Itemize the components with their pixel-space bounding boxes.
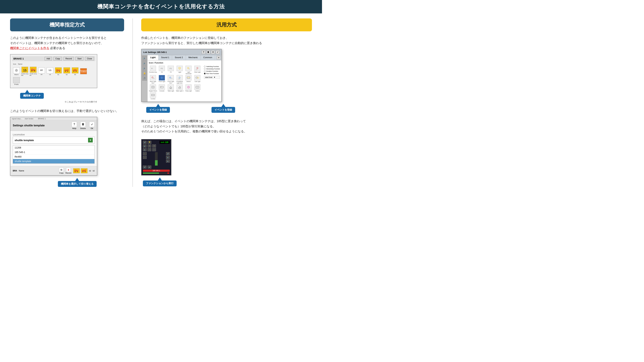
- lok-id-area: 185 545-1: [143, 170, 170, 172]
- record-btn[interactable]: ● Record: [66, 168, 71, 174]
- ctrl-btn-vol-up[interactable]: 🔊: [143, 141, 146, 144]
- copy-btn[interactable]: ⧉ Copy: [59, 168, 64, 174]
- ctrl-bottom-2[interactable]: 🔉: [148, 166, 151, 169]
- ctrl-btn-2[interactable]: ☀: [148, 144, 151, 147]
- annotation-select-box: 機関車を選択して切り替える: [58, 181, 96, 187]
- dropdown-item-1[interactable]: 185 545-1: [13, 150, 94, 155]
- svg-rect-13: [68, 69, 68, 70]
- lok-left-icon-0[interactable]: 🔊: [142, 56, 147, 60]
- func-cell-corridor[interactable]: Corridor: [149, 92, 157, 99]
- func-cell-light[interactable]: Light: [176, 66, 184, 74]
- progress-bar: [143, 172, 170, 174]
- macro-icon-pf: PF PF: [38, 67, 45, 75]
- svg-point-19: [76, 71, 76, 72]
- func-cell-f0b[interactable]: F0 F0: [167, 66, 175, 74]
- func-cell-engine-room[interactable]: Engine Room: [149, 84, 157, 92]
- tab-sound2[interactable]: Sound 2: [172, 55, 186, 60]
- func-cell-cabins[interactable]: Cabins: [193, 84, 202, 92]
- dropdown-item-0[interactable]: 11208: [13, 145, 94, 150]
- ctrl-btn-3[interactable]: ☀: [152, 144, 156, 147]
- macro-icon-train1: ✕ shuttle tempate: [30, 67, 37, 76]
- func-cell-table-light2[interactable]: 2 Table Light 2: [176, 84, 184, 92]
- svg-point-35: [197, 67, 198, 69]
- svg-rect-5: [33, 69, 33, 69]
- dropdown-item-3[interactable]: shuttle template: [13, 159, 94, 164]
- func-cell-f0a[interactable]: F0 F0: [158, 66, 166, 74]
- icon-func-close-button[interactable]: ✕: [217, 56, 221, 59]
- svg-point-42: [179, 77, 180, 78]
- ctrl-btn-light[interactable]: 💡: [148, 141, 151, 144]
- func-cell-party-light[interactable]: Party Light: [184, 84, 193, 92]
- lok-help-button[interactable]: ?: [202, 50, 206, 54]
- record-button[interactable]: Record: [64, 57, 74, 60]
- func-cell-light-gen[interactable]: G Light Generator: [184, 66, 193, 74]
- dropdown-item-2[interactable]: Re460: [13, 155, 94, 159]
- loco-label: Locomotive: [13, 133, 94, 136]
- annotation-register-right: イベントを登録: [212, 104, 235, 113]
- lok-delete-button[interactable]: 🗑: [206, 50, 210, 54]
- ctrl-btn-6[interactable]: 🎶: [152, 148, 156, 151]
- svg-text:F0: F0: [170, 67, 172, 69]
- tab-mechanic[interactable]: Mechanic: [186, 55, 201, 60]
- lok-left-icon-1[interactable]: 🔉: [142, 61, 147, 65]
- radio-momentary[interactable]: Momentary Function: [204, 68, 220, 70]
- ctrl-btn-4[interactable]: 🔈: [143, 148, 146, 151]
- ctrl-left-1[interactable]: ←: [143, 152, 146, 155]
- func-cell-rear-light[interactable]: R Rear Light: [193, 66, 202, 74]
- func-grid-row3: Corridor: [149, 92, 202, 99]
- lok-settings-section: Lok Settings 185 545-1 ? 🗑 ✕ ✓ 🔊 🔉 🔈: [141, 49, 222, 102]
- close-button[interactable]: Close: [85, 57, 94, 60]
- speed-bar: [155, 152, 158, 166]
- lok-left-icon-4[interactable]: 🎵: [142, 76, 147, 81]
- lok-close-button[interactable]: ✕: [211, 50, 215, 54]
- svg-text:FRG: FRG: [178, 78, 180, 79]
- lok-main-content: 🔊 🔉 🔈 🔔 🎵 Light Sound 1 Sound 2: [142, 55, 221, 102]
- col-name-label: Name: [18, 63, 22, 65]
- svg-text:G: G: [189, 68, 190, 69]
- delete-button[interactable]: 🗑 Delete: [80, 122, 86, 129]
- stop-indicator: [167, 172, 169, 174]
- ctrl-right-1[interactable]: 🔊: [166, 152, 170, 155]
- func-cell-interior[interactable]: Interior: [184, 75, 193, 84]
- svg-text:✕: ✕: [31, 71, 32, 71]
- radio-duration[interactable]: Duration Function: [204, 70, 220, 72]
- start-button[interactable]: Start: [76, 57, 83, 60]
- ctrl-btn-1[interactable]: 🔉: [143, 144, 146, 147]
- train-icons-row: ✕: [73, 168, 88, 173]
- func-cell-front-light-gen[interactable]: FG Front Light Gen.: [167, 75, 175, 84]
- help-button[interactable]: ? Help: [72, 122, 77, 129]
- dropdown-arrow-icon[interactable]: ▼: [88, 138, 93, 142]
- add-button[interactable]: Add: [44, 57, 52, 60]
- right-section-title-text: 汎用方式: [216, 22, 237, 27]
- func-cell-console[interactable]: Console: [158, 84, 166, 92]
- page-header: 機関車コンテナを含むイベントを汎用化する方法: [0, 0, 322, 13]
- lok-left-icon-2[interactable]: 🔈: [142, 66, 147, 70]
- func-cell-less[interactable]: F- Function less: [149, 66, 157, 74]
- ctrl-right-2[interactable]: 🔉: [166, 156, 170, 159]
- tab-common[interactable]: Common: [200, 55, 215, 60]
- func-cell-front-rear-gen[interactable]: FRG Front/Rear Light Gen.: [176, 75, 184, 84]
- radio-runtime[interactable]: Run Time Function: [204, 73, 220, 74]
- dialog-bg-hint: signal step... start brake BRAKE 1: [10, 117, 97, 120]
- radio-switching[interactable]: Switching Function: [204, 66, 220, 67]
- ctrl-left-2[interactable]: →: [143, 156, 146, 159]
- ctrl-right-3[interactable]: 🔈: [166, 160, 170, 163]
- lok-tabs: Light Sound 1 Sound 2 Mechanic Common ✕: [148, 55, 221, 60]
- start-bral-row[interactable]: start bral ▼: [204, 76, 220, 79]
- copy-button[interactable]: Copy: [54, 57, 62, 60]
- func-cell-cab-light[interactable]: Cab Light: [193, 75, 202, 84]
- controller-row-bottom: 🔊 🔉: [143, 166, 170, 169]
- ctrl-bottom-1[interactable]: 🔊: [143, 166, 146, 169]
- func-cell-rear-light-gen[interactable]: RG Rear Light Gen.: [149, 75, 157, 84]
- lok-left-icon-3[interactable]: 🔔: [142, 71, 147, 76]
- ok-button[interactable]: ✓ Ok: [89, 122, 94, 129]
- lok-ok-button[interactable]: ✓: [216, 50, 220, 54]
- ctrl-btn-5[interactable]: 🎵: [148, 148, 151, 151]
- dialog-body: Locomotive shuttle template ▼ 11208 185 …: [10, 131, 97, 166]
- tab-light[interactable]: Light: [148, 55, 158, 60]
- tab-sound1[interactable]: Sound 1: [158, 55, 172, 60]
- func-cell-front-light[interactable]: Front Light: [158, 75, 166, 84]
- controller-row-1: 🔉 ☀ ☀: [143, 144, 170, 147]
- loco-select-row[interactable]: shuttle template ▼: [13, 137, 94, 144]
- func-cell-table-light[interactable]: Table Light: [167, 84, 175, 92]
